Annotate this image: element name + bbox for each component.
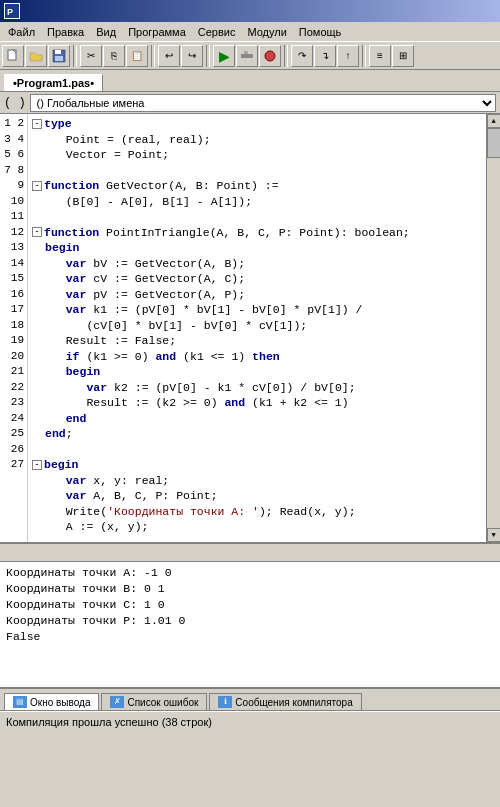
bottom-tab-compiler[interactable]: ℹСообщения компилятора — [209, 693, 361, 710]
scope-icon: ( ) — [4, 96, 26, 110]
bottom-tab-errors[interactable]: ✗Список ошибок — [101, 693, 207, 710]
toolbar-sep-5 — [362, 45, 366, 67]
bottom-tab-label-compiler: Сообщения компилятора — [235, 697, 352, 708]
bottom-tab-icon-compiler: ℹ — [218, 696, 232, 708]
menu-item-помощь[interactable]: Помощь — [293, 24, 348, 40]
bottom-tab-label-errors: Список ошибок — [127, 697, 198, 708]
step-out-button[interactable]: ↑ — [337, 45, 359, 67]
svg-rect-4 — [55, 50, 61, 54]
scroll-up-btn[interactable]: ▲ — [487, 114, 501, 128]
run-button[interactable]: ▶ — [213, 45, 235, 67]
scrollbar-track — [487, 128, 501, 528]
menu-item-сервис[interactable]: Сервис — [192, 24, 242, 40]
title-bar: P — [0, 0, 500, 22]
paste-button[interactable]: 📋 — [126, 45, 148, 67]
editor-scrollbar[interactable]: ▲ ▼ — [486, 114, 500, 542]
redo-button[interactable]: ↪ — [181, 45, 203, 67]
new-button[interactable] — [2, 45, 24, 67]
menu-item-программа[interactable]: Программа — [122, 24, 192, 40]
extra-btn-1[interactable]: ≡ — [369, 45, 391, 67]
tab-bar: •Program1.pas• — [0, 70, 500, 92]
svg-text:P: P — [7, 7, 13, 17]
bottom-tabs: ▤Окно вывода✗Список ошибокℹСообщения ком… — [0, 689, 500, 711]
menu-bar: ФайлПравкаВидПрограммаСервисМодулиПомощь — [0, 22, 500, 42]
step-into-button[interactable]: ↴ — [314, 45, 336, 67]
menu-item-вид[interactable]: Вид — [90, 24, 122, 40]
toolbar: ✂ ⎘ 📋 ↩ ↪ ▶ ↷ ↴ ↑ ≡ ⊞ — [0, 42, 500, 70]
scope-bar: ( ) () Глобальные имена — [0, 92, 500, 114]
output-panel: Координаты точки A: -1 0 Координаты точк… — [0, 544, 500, 689]
file-tab-program1[interactable]: •Program1.pas• — [4, 74, 103, 91]
bottom-tab-output[interactable]: ▤Окно вывода — [4, 693, 99, 710]
code-editor[interactable]: -type Point = (real, real); Vector = Poi… — [28, 114, 486, 542]
save-button[interactable] — [48, 45, 70, 67]
toolbar-sep-4 — [284, 45, 288, 67]
status-text: Компиляция прошла успешно (38 строк) — [6, 716, 212, 728]
menu-item-файл[interactable]: Файл — [2, 24, 41, 40]
fold-icon[interactable]: - — [32, 460, 42, 470]
toolbar-sep-2 — [151, 45, 155, 67]
app-icon: P — [4, 3, 20, 19]
open-button[interactable] — [25, 45, 47, 67]
toolbar-sep-1 — [73, 45, 77, 67]
svg-point-8 — [265, 51, 275, 61]
menu-item-правка[interactable]: Правка — [41, 24, 90, 40]
output-header — [0, 544, 500, 562]
extra-btn-2[interactable]: ⊞ — [392, 45, 414, 67]
cut-button[interactable]: ✂ — [80, 45, 102, 67]
svg-rect-6 — [241, 54, 253, 58]
output-text: Координаты точки A: -1 0 Координаты точк… — [0, 562, 500, 648]
fold-icon[interactable]: - — [32, 227, 42, 237]
bottom-tab-icon-errors: ✗ — [110, 696, 124, 708]
undo-button[interactable]: ↩ — [158, 45, 180, 67]
svg-rect-7 — [244, 51, 248, 54]
line-numbers: 1 2 3 4 5 6 7 8 9 10 11 12 13 14 15 16 1… — [0, 114, 28, 542]
toolbar-sep-3 — [206, 45, 210, 67]
editor-area: 1 2 3 4 5 6 7 8 9 10 11 12 13 14 15 16 1… — [0, 114, 500, 544]
scrollbar-thumb[interactable] — [487, 128, 501, 158]
fold-icon[interactable]: - — [32, 119, 42, 129]
fold-icon[interactable]: - — [32, 181, 42, 191]
bottom-tab-icon-output: ▤ — [13, 696, 27, 708]
svg-rect-5 — [55, 56, 63, 61]
bottom-tab-label-output: Окно вывода — [30, 697, 90, 708]
scope-dropdown[interactable]: () Глобальные имена — [30, 94, 496, 112]
status-bar: Компиляция прошла успешно (38 строк) — [0, 711, 500, 731]
menu-item-модули[interactable]: Модули — [241, 24, 292, 40]
debug-button[interactable] — [259, 45, 281, 67]
copy-button[interactable]: ⎘ — [103, 45, 125, 67]
scroll-down-btn[interactable]: ▼ — [487, 528, 501, 542]
build-button[interactable] — [236, 45, 258, 67]
step-over-button[interactable]: ↷ — [291, 45, 313, 67]
